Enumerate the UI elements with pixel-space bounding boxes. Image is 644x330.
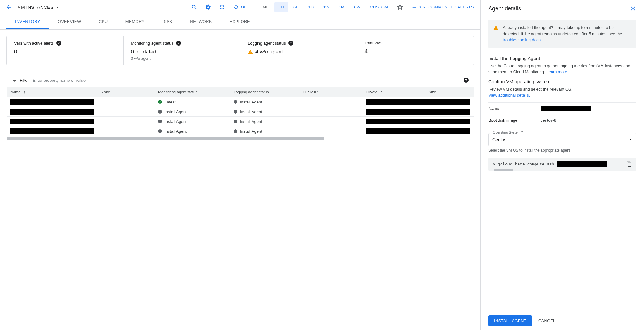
card-total-title: Total VMs [365,41,383,45]
ip-redacted [366,99,470,105]
search-icon [191,4,197,10]
kv-name-label: Name [488,106,536,111]
col-monitoring[interactable]: Monitoring agent status [154,87,230,97]
col-zone[interactable]: Zone [98,87,154,97]
logging-status[interactable]: Install Agent [240,100,262,104]
command-redacted [557,161,607,167]
kv-boot: Boot disk image centos-8 [488,115,636,126]
learn-more-link[interactable]: Learn more [546,70,567,74]
fullscreen-button[interactable] [216,1,228,14]
caret-down-icon [55,5,59,9]
horizontal-scrollbar[interactable] [7,137,474,140]
search-button[interactable] [188,1,201,14]
help-icon[interactable]: ? [288,41,293,46]
monitoring-status[interactable]: Latest [164,100,175,104]
arrow-left-icon [6,4,12,10]
settings-button[interactable] [202,1,214,14]
star-icon [397,4,403,10]
warning-icon [248,49,253,54]
ip-redacted [366,119,470,124]
monitoring-status[interactable]: Install Agent [164,119,187,124]
col-public-ip[interactable]: Public IP [299,87,362,97]
side-panel: Agent details Already installed the agen… [480,0,644,330]
kv-name: Name [488,102,636,115]
page-title: VM INSTANCES [18,4,53,10]
card-active-alerts-title: VMs with active alerts [14,41,54,46]
warning-icon [493,25,498,43]
card-monitoring: Monitoring agent status ? 0 outdated 3 w… [124,36,241,65]
troubleshooting-link[interactable]: troubleshooting docs [503,37,541,42]
vm-name-redacted [10,119,94,124]
status-dot-icon [158,110,162,114]
copy-button[interactable] [626,161,632,167]
help-icon[interactable]: ? [56,41,61,46]
time-opt-1m[interactable]: 1M [335,2,349,12]
confirm-body: Review VM details and select the relevan… [488,87,572,92]
status-dot-icon [158,120,162,123]
tab-disk[interactable]: DISK [153,14,181,29]
table-row[interactable]: Install AgentInstall Agent [7,107,474,117]
card-logging-value: 4 w/o agent [255,49,283,55]
table-row[interactable]: LatestInstall Agent [7,97,474,107]
help-icon[interactable]: ? [464,78,469,83]
auto-refresh-toggle[interactable]: OFF [230,4,253,10]
os-select[interactable]: Centos [488,133,636,146]
topbar: VM INSTANCES OFF TIME 1H 6H 1D [0,0,480,14]
col-logging[interactable]: Logging agent status [230,87,299,97]
time-opt-1w[interactable]: 1W [319,2,334,12]
vm-name-redacted [10,128,94,134]
cancel-button[interactable]: CANCEL [538,318,556,323]
favorite-button[interactable] [394,1,406,14]
col-private-ip[interactable]: Private IP [362,87,425,97]
help-icon[interactable]: ? [176,41,181,46]
logging-status[interactable]: Install Agent [240,109,262,114]
tab-network[interactable]: NETWORK [181,14,221,29]
tab-inventory[interactable]: INVENTORY [6,14,49,29]
cell-zone [98,97,154,107]
tab-explore[interactable]: EXPLORE [221,14,259,29]
page-title-dropdown[interactable]: VM INSTANCES [16,4,63,10]
time-opt-6h[interactable]: 6H [289,2,303,12]
back-button[interactable] [3,1,15,14]
tab-memory[interactable]: MEMORY [117,14,153,29]
filter-icon [12,77,17,83]
table-row[interactable]: Install AgentInstall Agent [7,126,474,136]
card-active-alerts: VMs with active alerts ? 0 [7,36,124,65]
filter-label: Filter [12,77,29,83]
recommended-alerts-label: 3 RECOMMENDED ALERTS [419,5,474,9]
view-details-link[interactable]: View additional details. [488,93,530,98]
check-circle-icon [158,100,162,104]
status-dot-icon [158,129,162,133]
logging-status[interactable]: Install Agent [240,129,262,134]
monitoring-status[interactable]: Install Agent [164,129,187,134]
filter-input[interactable] [33,78,460,83]
time-opt-6w[interactable]: 6W [350,2,365,12]
command-text: $ gcloud beta compute ssh [493,161,557,166]
status-dot-icon [234,110,237,114]
install-agent-button[interactable]: INSTALL AGENT [488,315,532,326]
tab-cpu[interactable]: CPU [90,14,117,29]
status-dot-icon [234,129,237,133]
time-opt-1h[interactable]: 1H [274,2,288,12]
vm-table: Filter ? Name ↑ Zone Monitoring agen [6,73,474,140]
confirm-heading: Confirm VM operating system [488,79,636,84]
card-monitoring-title: Monitoring agent status [131,41,174,46]
horizontal-scrollbar[interactable] [494,169,513,171]
time-opt-custom[interactable]: CUSTOM [365,2,392,12]
logging-status[interactable]: Install Agent [240,119,262,124]
status-dot-icon [234,120,237,123]
gear-icon [205,4,211,10]
time-opt-1d[interactable]: 1D [304,2,318,12]
col-name[interactable]: Name ↑ [7,87,98,97]
time-label: TIME [254,5,274,9]
monitoring-status[interactable]: Install Agent [164,109,187,114]
cell-public-ip [299,107,362,117]
install-heading: Install the Logging Agent [488,56,636,61]
content: VMs with active alerts ? 0 Monitoring ag… [0,30,480,330]
info-text-post: . [541,37,542,42]
table-row[interactable]: Install AgentInstall Agent [7,117,474,126]
recommended-alerts-button[interactable]: 3 RECOMMENDED ALERTS [408,4,478,10]
tab-overview[interactable]: OVERVIEW [49,14,90,29]
close-button[interactable] [630,5,636,12]
col-size[interactable]: Size [425,87,474,97]
